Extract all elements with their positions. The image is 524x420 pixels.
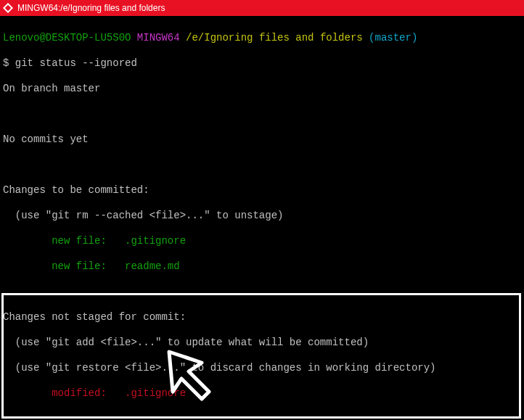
command-line: $ git status --ignored xyxy=(3,57,521,70)
to-commit-hint: (use "git rm --cached <file>..." to unst… xyxy=(3,210,521,223)
terminal-output[interactable]: Lenovo@DESKTOP-LU5S0O MINGW64 /e/Ignorin… xyxy=(0,16,524,420)
not-staged-hint: (use "git restore <file>..." to discard … xyxy=(3,362,521,375)
blank-line xyxy=(3,286,521,299)
blank-line xyxy=(3,159,521,172)
not-staged-header: Changes not staged for commit: xyxy=(3,311,521,324)
env-label: MINGW64 xyxy=(137,32,180,44)
blank-line xyxy=(3,413,521,421)
staged-file: new file: .gitignore xyxy=(3,235,521,248)
not-staged-hint: (use "git add <file>..." to update what … xyxy=(3,337,521,350)
title-bar: MINGW64:/e/Ignoring files and folders xyxy=(0,0,524,16)
title-bar-text: MINGW64:/e/Ignoring files and folders xyxy=(17,3,165,14)
to-commit-header: Changes to be committed: xyxy=(3,184,521,197)
no-commits-line: No commits yet xyxy=(3,133,521,147)
staged-file: new file: readme.md xyxy=(3,260,521,273)
branch-label: (master) xyxy=(369,32,417,44)
modified-file: modified: .gitignore xyxy=(3,387,521,400)
branch-info: On branch master xyxy=(3,83,521,96)
path-label: /e/Ignoring files and folders xyxy=(186,32,363,44)
user-host: Lenovo@DESKTOP-LU5S0O xyxy=(3,32,131,44)
prompt-line: Lenovo@DESKTOP-LU5S0O MINGW64 /e/Ignorin… xyxy=(3,32,521,45)
app-icon xyxy=(3,3,13,13)
blank-line xyxy=(3,108,521,121)
